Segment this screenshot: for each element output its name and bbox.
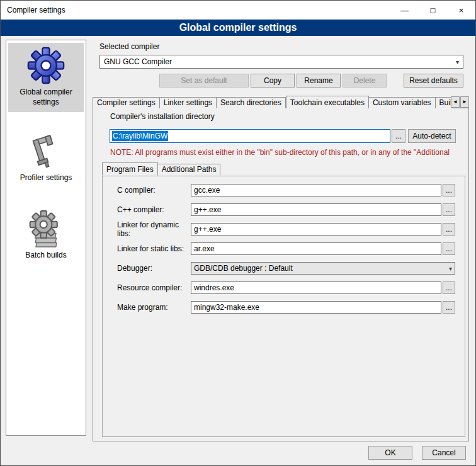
sidebar-item-global-compiler-settings[interactable]: Global compiler settings bbox=[8, 43, 84, 112]
c-compiler-input[interactable]: gcc.exe bbox=[191, 184, 441, 196]
note-text: NOTE: All programs must exist either in … bbox=[110, 148, 467, 157]
ok-button[interactable]: OK bbox=[368, 446, 412, 460]
titlebar: Compiler settings — □ × bbox=[1, 1, 475, 20]
chevron-down-icon: ▾ bbox=[449, 265, 452, 272]
tab-program-files[interactable]: Program Files bbox=[102, 162, 158, 176]
copy-button[interactable]: Copy bbox=[251, 74, 295, 88]
field-label: Make program: bbox=[117, 303, 191, 312]
tab-scroll-left-icon[interactable]: ◄ bbox=[451, 96, 460, 108]
window-title: Compiler settings bbox=[1, 6, 65, 14]
field-label: Resource compiler: bbox=[117, 283, 191, 292]
compiler-select[interactable]: GNU GCC Compiler ▾ bbox=[99, 55, 463, 69]
tab-linker-settings[interactable]: Linker settings bbox=[160, 97, 217, 108]
browse-button[interactable]: ... bbox=[443, 203, 455, 216]
sidebar-item-profiler-settings[interactable]: Profiler settings bbox=[8, 130, 84, 188]
sidebar-item-label: Batch builds bbox=[25, 251, 66, 261]
window-controls: — □ × bbox=[390, 1, 475, 20]
field-value: windres.exe bbox=[194, 283, 234, 292]
browse-button[interactable]: ... bbox=[443, 281, 455, 294]
linker-static-row: Linker for static libs: ar.exe ... bbox=[117, 242, 455, 255]
tab-custom-variables[interactable]: Custom variables bbox=[369, 97, 436, 108]
field-label: C compiler: bbox=[117, 186, 191, 195]
browse-button[interactable]: ... bbox=[443, 301, 455, 314]
tabs-scroll-area: Compiler settings Linker settings Search… bbox=[93, 96, 451, 108]
tab-compiler-settings[interactable]: Compiler settings bbox=[93, 97, 160, 108]
field-value: ar.exe bbox=[194, 244, 215, 253]
tab-scroll-buttons: ◄ ► bbox=[451, 96, 469, 108]
resource-compiler-input[interactable]: windres.exe bbox=[191, 281, 441, 294]
toolchain-form: C compiler: gcc.exe ... C++ compiler: g+… bbox=[117, 184, 455, 321]
field-value: g++.exe bbox=[194, 225, 221, 234]
toolchain-executables-panel: Compiler's installation directory C:\ray… bbox=[93, 108, 469, 441]
compiler-actions: Set as default Copy Rename Delete Reset … bbox=[99, 74, 463, 88]
sidebar-item-batch-builds[interactable]: Batch builds bbox=[8, 206, 84, 266]
field-value: mingw32-make.exe bbox=[194, 303, 259, 312]
program-files-tabstrip: Program Files Additional Paths bbox=[102, 162, 220, 175]
tab-scroll-right-icon[interactable]: ► bbox=[460, 96, 469, 108]
make-program-row: Make program: mingw32-make.exe ... bbox=[117, 301, 455, 314]
browse-button[interactable]: ... bbox=[443, 223, 455, 236]
sidebar-item-label: Profiler settings bbox=[20, 173, 72, 183]
compiler-select-value: GNU GCC Compiler bbox=[104, 57, 172, 66]
tab-toolchain-executables[interactable]: Toolchain executables bbox=[286, 96, 369, 108]
auto-detect-button[interactable]: Auto-detect bbox=[408, 129, 456, 143]
cpp-compiler-row: C++ compiler: g++.exe ... bbox=[117, 203, 455, 216]
field-value: g++.exe bbox=[194, 205, 221, 214]
dialog-footer: OK Cancel bbox=[368, 446, 466, 460]
batch-builds-gear-icon bbox=[27, 210, 65, 247]
chevron-down-icon: ▾ bbox=[456, 59, 459, 65]
debugger-row: Debugger: GDB/CDB debugger : Default ▾ bbox=[117, 262, 455, 275]
resource-compiler-row: Resource compiler: windres.exe ... bbox=[117, 281, 455, 294]
tab-build-options[interactable]: Build bbox=[436, 97, 451, 108]
field-value: gcc.exe bbox=[194, 186, 220, 195]
field-label: Linker for static libs: bbox=[117, 244, 191, 253]
maximize-button[interactable]: □ bbox=[419, 1, 447, 20]
main-panel: Selected compiler GNU GCC Compiler ▾ Set… bbox=[93, 40, 469, 441]
minimize-button[interactable]: — bbox=[390, 1, 419, 20]
selected-text: C:\raylib\MinGW bbox=[112, 131, 168, 141]
settings-tabstrip: Compiler settings Linker settings Search… bbox=[93, 95, 469, 108]
cancel-button[interactable]: Cancel bbox=[422, 446, 466, 460]
program-files-panel: C compiler: gcc.exe ... C++ compiler: g+… bbox=[102, 176, 465, 437]
browse-button[interactable]: ... bbox=[443, 184, 455, 196]
sidebar-item-label: Global compiler settings bbox=[9, 88, 82, 107]
blue-gear-icon bbox=[27, 47, 65, 84]
set-as-default-button[interactable]: Set as default bbox=[159, 74, 249, 88]
installation-directory-input[interactable]: C:\raylib\MinGW bbox=[110, 129, 390, 143]
field-label: Debugger: bbox=[117, 264, 191, 273]
field-label: C++ compiler: bbox=[117, 205, 191, 214]
directory-browse-button[interactable]: ... bbox=[392, 129, 405, 143]
field-value: GDB/CDB debugger : Default bbox=[194, 264, 293, 273]
selected-compiler-label: Selected compiler bbox=[99, 42, 469, 51]
profiler-tool-icon bbox=[28, 134, 64, 170]
close-button[interactable]: × bbox=[447, 1, 475, 20]
installation-directory-label: Compiler's installation directory bbox=[110, 112, 215, 121]
field-label: Linker for dynamic libs: bbox=[117, 220, 191, 238]
tab-additional-paths[interactable]: Additional Paths bbox=[158, 164, 221, 175]
tab-search-directories[interactable]: Search directories bbox=[217, 97, 286, 108]
linker-static-input[interactable]: ar.exe bbox=[191, 242, 441, 255]
rename-button[interactable]: Rename bbox=[297, 74, 341, 88]
settings-category-sidebar: Global compiler settings Profiler settin… bbox=[6, 40, 86, 436]
cpp-compiler-input[interactable]: g++.exe bbox=[191, 203, 441, 216]
browse-button[interactable]: ... bbox=[443, 242, 455, 255]
page-title: Global compiler settings bbox=[1, 20, 475, 36]
installation-directory-row: C:\raylib\MinGW ... Auto-detect bbox=[110, 129, 456, 143]
compiler-settings-dialog: Compiler settings — □ × Global compiler … bbox=[0, 0, 476, 466]
c-compiler-row: C compiler: gcc.exe ... bbox=[117, 184, 455, 196]
linker-dynamic-row: Linker for dynamic libs: g++.exe ... bbox=[117, 223, 455, 236]
reset-defaults-button[interactable]: Reset defaults bbox=[404, 74, 463, 88]
delete-button[interactable]: Delete bbox=[343, 74, 387, 88]
linker-dynamic-input[interactable]: g++.exe bbox=[191, 223, 441, 236]
debugger-select[interactable]: GDB/CDB debugger : Default ▾ bbox=[191, 262, 455, 275]
make-program-input[interactable]: mingw32-make.exe bbox=[191, 301, 441, 314]
